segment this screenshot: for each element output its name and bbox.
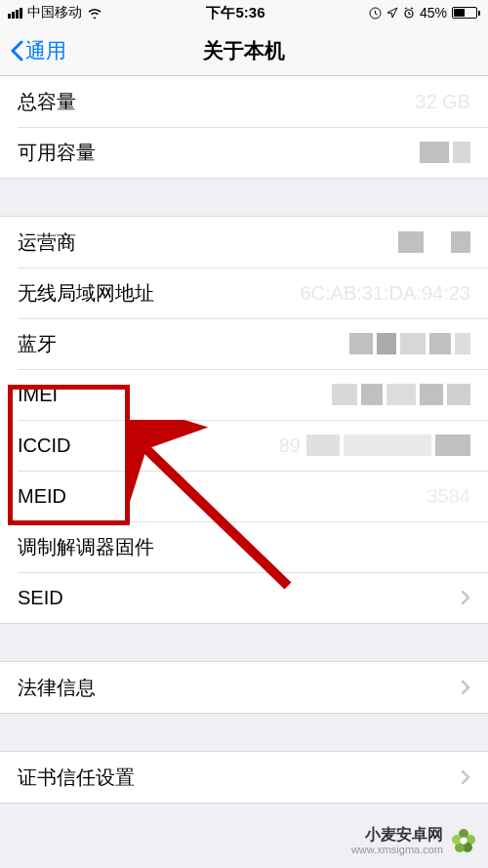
row-modem-firmware[interactable]: 调制解调器固件 [0,521,488,572]
row-label: 证书信任设置 [18,765,135,791]
row-value [398,231,470,253]
watermark: 小麦安卓网 www.xmsigma.com [351,825,478,856]
row-wifi-address[interactable]: 无线局域网地址 6C:AB:31:DA:94:23 [0,268,488,318]
row-total-capacity[interactable]: 总容量 32 GB [0,76,488,127]
lock-icon [369,7,382,20]
censored-value [349,333,470,354]
row-value [332,384,470,405]
chevron-right-icon [461,590,470,605]
svg-point-7 [452,835,462,845]
row-seid[interactable]: SEID [0,572,488,623]
row-value: 3584 [427,485,471,508]
location-icon [386,7,398,19]
back-label: 通用 [25,37,66,64]
censored-value [398,231,470,253]
svg-point-8 [461,837,468,844]
signal-bars-icon [8,8,22,19]
chevron-left-icon [10,40,23,62]
row-label: 运营商 [18,229,76,256]
row-label: ICCID [18,434,70,457]
row-imei[interactable]: IMEI [0,369,488,420]
alarm-icon [403,7,415,19]
row-value: 89 [279,434,470,457]
chevron-right-icon [461,769,470,785]
row-legal[interactable]: 法律信息 [0,662,488,713]
battery-percent: 45% [420,5,447,21]
row-cert-trust[interactable]: 证书信任设置 [0,752,488,803]
row-iccid[interactable]: ICCID 89 [0,420,488,471]
section-storage: 总容量 32 GB 可用容量 [0,76,488,179]
nav-bar: 通用 关于本机 [0,25,488,76]
row-available[interactable]: 可用容量 [0,127,488,178]
flower-icon [449,826,478,855]
row-value [461,590,470,605]
battery-icon [452,7,480,19]
row-carrier[interactable]: 运营商 [0,217,488,268]
watermark-sub: www.xmsigma.com [351,844,443,856]
status-left: 中国移动 [8,4,102,21]
row-label: 总容量 [18,89,76,115]
censored-value [332,384,470,405]
row-label: 蓝牙 [18,331,57,357]
row-label: 法律信息 [18,675,96,701]
status-time: 下午5:36 [206,4,264,22]
row-value [461,680,470,695]
row-label: MEID [18,485,66,508]
row-value [461,769,470,785]
carrier-label: 中国移动 [27,4,82,21]
row-value [420,142,470,163]
row-label: 可用容量 [18,140,96,166]
censored-value [306,434,470,456]
status-bar: 中国移动 下午5:36 45% [0,0,488,25]
row-label: SEID [18,587,63,609]
row-value [349,333,470,354]
censored-value [420,142,470,163]
watermark-main: 小麦安卓网 [351,825,443,844]
row-label: 调制解调器固件 [18,534,154,560]
row-value: 32 GB [415,91,470,113]
section-cert: 证书信任设置 [0,751,488,804]
status-right: 45% [369,5,480,21]
row-meid[interactable]: MEID 3584 [0,471,488,521]
chevron-right-icon [461,680,470,695]
page-title: 关于本机 [203,37,285,64]
wifi-icon [87,7,102,19]
row-bluetooth[interactable]: 蓝牙 [0,318,488,369]
section-network: 运营商 无线局域网地址 6C:AB:31:DA:94:23 蓝牙 IMEI IC… [0,216,488,624]
back-button[interactable]: 通用 [10,37,66,64]
row-label: 无线局域网地址 [18,280,154,307]
row-label: IMEI [18,384,58,406]
row-value: 6C:AB:31:DA:94:23 [300,282,470,305]
section-legal: 法律信息 [0,661,488,714]
